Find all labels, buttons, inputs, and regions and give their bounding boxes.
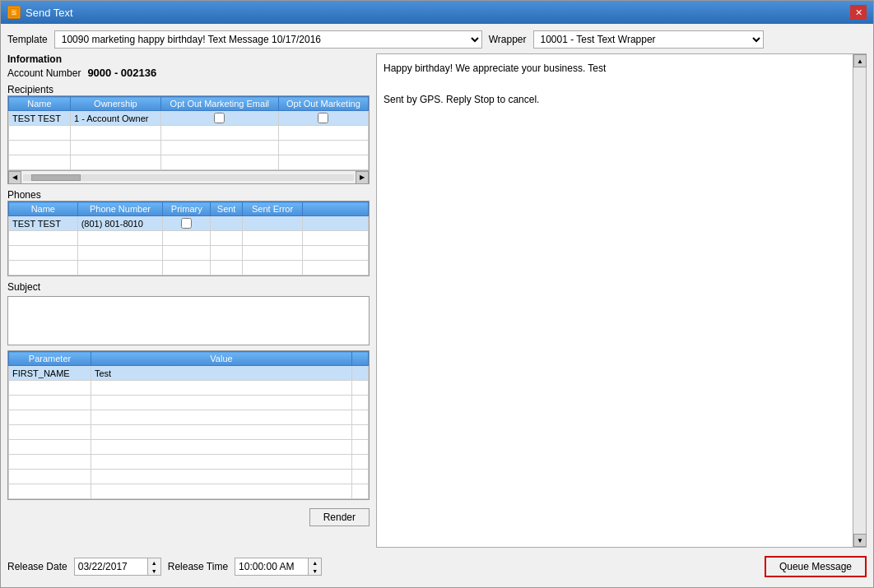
preview-line1: Happy birthday! We appreciate your busin… <box>384 61 859 76</box>
phones-table-container: Name Phone Number Primary Sent Sent Erro… <box>7 201 370 276</box>
recipients-col-ownership: Ownership <box>70 97 160 111</box>
account-number-label: Account Number <box>7 67 81 79</box>
bottom-row: Release Date ▲ ▼ Release Time ▲ ▼ <box>7 553 867 581</box>
phone-primary <box>163 216 211 231</box>
phones-col-number: Phone Number <box>77 202 163 216</box>
param-value: Test <box>91 366 352 381</box>
recipients-horizontal-scrollbar: ◀ ▶ <box>8 170 369 183</box>
template-dropdown[interactable]: 10090 marketing happy birthday! Text Mes… <box>54 30 482 49</box>
phone-sent-error <box>243 216 303 231</box>
scroll-down-btn[interactable]: ▼ <box>853 534 867 547</box>
table-row: FIRST_NAME Test <box>9 366 369 381</box>
phone-sent <box>211 216 243 231</box>
recipients-label: Recipients <box>7 84 370 95</box>
main-area: Information Account Number 9000 - 002136… <box>7 53 867 548</box>
table-row <box>9 381 369 396</box>
template-label: Template <box>7 34 48 45</box>
recipient-ownership: 1 - Account Owner <box>70 111 160 126</box>
date-up-btn[interactable]: ▲ <box>148 558 160 567</box>
table-row <box>9 455 369 470</box>
svg-text:S: S <box>12 9 16 16</box>
phones-col-primary: Primary <box>163 202 211 216</box>
render-button[interactable]: Render <box>309 508 370 526</box>
params-table-container: Parameter Value FIRST_NAME Test <box>7 350 370 500</box>
table-row <box>9 470 369 484</box>
scroll-up-btn[interactable]: ▲ <box>853 54 867 67</box>
phones-table: Name Phone Number Primary Sent Sent Erro… <box>8 201 369 275</box>
recipients-col-opt-email: Opt Out Marketing Email <box>160 97 278 111</box>
date-spinner: ▲ ▼ <box>148 558 161 576</box>
scroll-right-btn[interactable]: ▶ <box>356 171 369 184</box>
phones-label: Phones <box>7 189 370 201</box>
recipients-col-name: Name <box>9 97 71 111</box>
phones-section: Phones Name Phone Number Primary Sent Se… <box>7 189 370 276</box>
table-row <box>9 425 369 440</box>
wrapper-dropdown[interactable]: 10001 - Test Text Wrapper <box>533 30 764 49</box>
recipient-name: TEST TEST <box>9 111 71 126</box>
account-number-value: 9000 - 002136 <box>87 67 156 79</box>
time-spinner: ▲ ▼ <box>309 558 322 576</box>
table-row <box>9 410 369 425</box>
phone-number: (801) 801-8010 <box>77 216 163 231</box>
table-row <box>9 155 369 170</box>
preview-text: Happy birthday! We appreciate your busin… <box>384 61 859 109</box>
time-down-btn[interactable]: ▼ <box>309 567 321 575</box>
account-row: Account Number 9000 - 002136 <box>7 67 370 79</box>
scroll-left-btn[interactable]: ◀ <box>8 171 21 184</box>
scroll-thumb[interactable] <box>31 174 81 181</box>
recipient-opt-marketing <box>278 111 368 126</box>
time-up-btn[interactable]: ▲ <box>309 558 321 567</box>
send-text-window: S Send Text ✕ Template 10090 marketing h… <box>0 0 874 588</box>
title-bar-left: S Send Text <box>7 6 73 19</box>
recipients-section: Recipients Name Ownership Opt Out Market… <box>7 84 370 184</box>
table-row <box>9 440 369 455</box>
phones-col-sent-error: Sent Error <box>243 202 303 216</box>
release-date-field: ▲ ▼ <box>74 558 161 576</box>
table-row <box>9 484 369 499</box>
queue-message-button[interactable]: Queue Message <box>765 556 867 577</box>
phones-col-sent: Sent <box>211 202 243 216</box>
release-date-label: Release Date <box>7 561 67 572</box>
bottom-left: Release Date ▲ ▼ Release Time ▲ ▼ <box>7 558 322 576</box>
table-row <box>9 246 369 261</box>
release-time-label: Release Time <box>168 561 228 572</box>
params-col-parameter: Parameter <box>9 352 91 366</box>
subject-area[interactable] <box>7 296 370 345</box>
table-row: TEST TEST (801) 801-8010 <box>9 216 369 231</box>
scroll-track-vertical <box>853 67 866 534</box>
release-date-input[interactable] <box>74 558 148 576</box>
table-row <box>9 261 369 275</box>
primary-checkbox[interactable] <box>181 218 192 229</box>
window-icon: S <box>7 6 21 19</box>
table-row <box>9 396 369 410</box>
recipient-opt-email <box>160 111 278 126</box>
scroll-track <box>23 174 354 181</box>
release-time-field: ▲ ▼ <box>235 558 322 576</box>
recipients-table: Name Ownership Opt Out Marketing Email O… <box>8 96 369 170</box>
opt-marketing-checkbox[interactable] <box>318 113 328 123</box>
window-title: Send Text <box>26 7 73 19</box>
title-bar: S Send Text ✕ <box>1 1 873 24</box>
params-col-extra <box>352 352 369 366</box>
info-section: Information Account Number 9000 - 002136 <box>7 53 370 79</box>
subject-section: Subject <box>7 281 370 345</box>
table-row <box>9 126 369 141</box>
date-down-btn[interactable]: ▼ <box>148 567 160 575</box>
opt-email-checkbox[interactable] <box>214 113 225 123</box>
info-title: Information <box>7 53 370 65</box>
preview-line2: Sent by GPS. Reply Stop to cancel. <box>384 92 859 108</box>
preview-panel: Happy birthday! We appreciate your busin… <box>376 53 867 548</box>
vertical-scrollbar: ▲ ▼ <box>853 54 866 547</box>
params-col-value: Value <box>91 352 352 366</box>
table-row <box>9 231 369 246</box>
recipients-table-container: Name Ownership Opt Out Marketing Email O… <box>7 95 370 184</box>
left-panel: Information Account Number 9000 - 002136… <box>7 53 370 548</box>
recipients-col-opt-marketing: Opt Out Marketing <box>278 97 368 111</box>
subject-label: Subject <box>7 281 370 293</box>
param-name: FIRST_NAME <box>9 366 91 381</box>
phone-name: TEST TEST <box>9 216 78 231</box>
close-button[interactable]: ✕ <box>850 5 867 20</box>
phones-col-extra <box>303 202 369 216</box>
table-row: TEST TEST 1 - Account Owner <box>9 111 369 126</box>
release-time-input[interactable] <box>235 558 309 576</box>
